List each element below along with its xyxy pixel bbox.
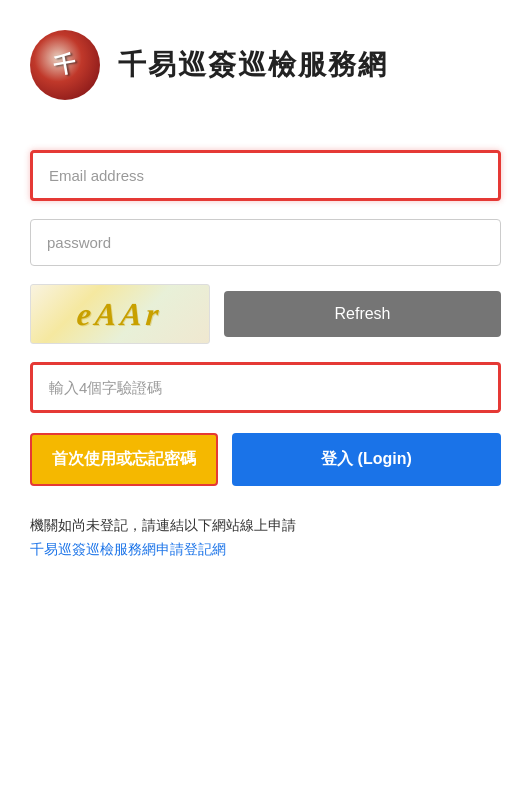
header: 千 千易巡簽巡檢服務網 — [30, 30, 501, 100]
captcha-input[interactable] — [30, 362, 501, 413]
forgot-password-button[interactable]: 首次使用或忘記密碼 — [30, 433, 218, 486]
password-wrapper — [30, 219, 501, 266]
logo-text: 千 — [52, 48, 79, 81]
logo: 千 — [30, 30, 100, 100]
page-container: 千 千易巡簽巡檢服務網 eAAr Refresh 首次使用或忘記密碼 登入 (L… — [0, 0, 531, 810]
button-row: 首次使用或忘記密碼 登入 (Login) — [30, 433, 501, 486]
password-input[interactable] — [30, 219, 501, 266]
footer: 機關如尚未登記，請連結以下網站線上申請 千易巡簽巡檢服務網申請登記網 — [30, 514, 501, 561]
captcha-image: eAAr — [30, 284, 210, 344]
login-button[interactable]: 登入 (Login) — [232, 433, 501, 486]
captcha-display: eAAr — [76, 296, 165, 333]
login-form: eAAr Refresh 首次使用或忘記密碼 登入 (Login) — [30, 150, 501, 514]
footer-link[interactable]: 千易巡簽巡檢服務網申請登記網 — [30, 538, 501, 560]
email-wrapper — [30, 150, 501, 201]
footer-info-text: 機關如尚未登記，請連結以下網站線上申請 — [30, 517, 296, 533]
captcha-input-wrapper — [30, 362, 501, 413]
email-input[interactable] — [30, 150, 501, 201]
site-title: 千易巡簽巡檢服務網 — [118, 46, 388, 84]
refresh-button[interactable]: Refresh — [224, 291, 501, 337]
captcha-row: eAAr Refresh — [30, 284, 501, 344]
